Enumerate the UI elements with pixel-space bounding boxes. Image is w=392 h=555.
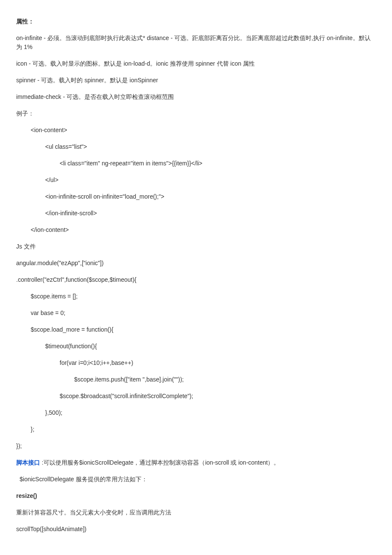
code-broadcast: $scope.$broadcast("scroll.infiniteScroll… [16, 392, 376, 401]
text-icon: icon - 可选。载入时显示的图标。默认是 ion-load-d。ionic … [16, 59, 376, 68]
text-scroll-top: scrollTop([shouldAnimate]) [16, 525, 376, 534]
code-fn-close: }; [16, 425, 376, 434]
text-on-infinite: on-infinite - 必须。当滚动到底部时执行此表达式* distance… [16, 34, 376, 52]
code-timeout: $timeout(function(){ [16, 342, 376, 351]
code-infinite-scroll-close: </ion-infinite-scroll> [16, 209, 376, 218]
code-controller-close: }); [16, 442, 376, 451]
heading-resize: resize() [16, 491, 376, 500]
heading-attributes: 属性： [16, 17, 376, 26]
text-resize-desc: 重新计算容器尺寸。当父元素大小变化时，应当调用此方法 [16, 508, 376, 517]
code-ion-content-open: <ion-content> [16, 126, 376, 135]
code-controller: .controller("ezCtrl",function($scope,$ti… [16, 275, 376, 284]
text-spinner: spinner - 可选。载入时的 spinner。默认是 ionSpinner [16, 76, 376, 85]
code-scope-items: $scope.items = []; [16, 292, 376, 301]
code-angular-module: angular.module("ezApp",["ionic"]) [16, 259, 376, 268]
code-ion-content-close: </ion-content> [16, 225, 376, 234]
code-for-loop: for(var i=0;i<10;i++,base++) [16, 358, 376, 367]
text-delegate-methods: $ionicScrollDelegate 服务提供的常用方法如下： [16, 475, 376, 484]
text-js-file: Js 文件 [16, 242, 376, 251]
code-load-more: $scope.load_more = function(){ [16, 325, 376, 334]
code-ul-close: </ul> [16, 176, 376, 185]
text-immediate-check: immediate-check - 可选。是否在载入时立即检查滚动框范围 [16, 92, 376, 101]
label-script-interface: 脚本接口 [16, 459, 40, 466]
code-li: <li class="item" ng-repeat="item in item… [16, 159, 376, 168]
code-ul-open: <ul class="list"> [16, 142, 376, 151]
text-script-interface: 脚本接口 :可以使用服务$ionicScrollDelegate，通过脚本控制滚… [16, 458, 376, 467]
text-example: 例子： [16, 109, 376, 118]
text-script-interface-desc: :可以使用服务$ionicScrollDelegate，通过脚本控制滚动容器（i… [40, 459, 280, 466]
code-push: $scope.items.push(["item ",base].join(""… [16, 375, 376, 384]
code-infinite-scroll-open: <ion-infinite-scroll on-infinite="load_m… [16, 192, 376, 201]
code-var-base: var base = 0; [16, 309, 376, 318]
code-timeout-close: },500); [16, 408, 376, 417]
